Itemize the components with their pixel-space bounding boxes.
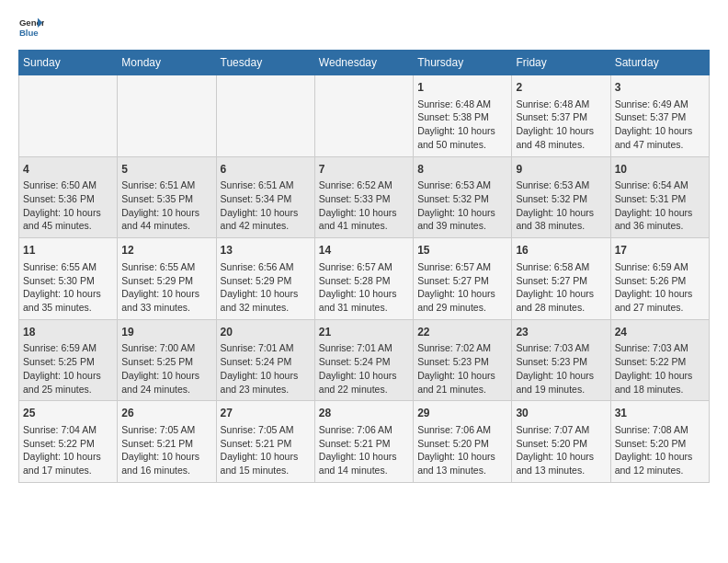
day-number: 18 [23, 325, 113, 340]
day-number: 3 [615, 80, 705, 96]
day-cell [19, 75, 118, 157]
day-info: Sunrise: 6:59 AM Sunset: 5:25 PM Dayligh… [23, 341, 113, 396]
day-number: 2 [516, 80, 606, 96]
day-info: Sunrise: 6:48 AM Sunset: 5:37 PM Dayligh… [516, 98, 606, 152]
logo-icon: General Blue [18, 15, 44, 40]
day-number: 10 [615, 162, 705, 178]
day-cell: 18Sunrise: 6:59 AM Sunset: 5:25 PM Dayli… [19, 319, 118, 401]
day-number: 21 [319, 325, 409, 340]
day-cell: 13Sunrise: 6:56 AM Sunset: 5:29 PM Dayli… [216, 238, 314, 320]
week-row-5: 25Sunrise: 7:04 AM Sunset: 5:22 PM Dayli… [19, 401, 710, 483]
day-number: 17 [615, 243, 705, 259]
day-info: Sunrise: 7:01 AM Sunset: 5:24 PM Dayligh… [319, 341, 409, 396]
day-info: Sunrise: 6:48 AM Sunset: 5:38 PM Dayligh… [417, 98, 507, 152]
day-number: 15 [417, 243, 507, 259]
day-cell: 2Sunrise: 6:48 AM Sunset: 5:37 PM Daylig… [512, 75, 610, 157]
page-header: General Blue [18, 15, 710, 40]
day-info: Sunrise: 6:56 AM Sunset: 5:29 PM Dayligh… [221, 260, 311, 315]
day-cell: 11Sunrise: 6:55 AM Sunset: 5:30 PM Dayli… [19, 238, 118, 320]
day-info: Sunrise: 7:05 AM Sunset: 5:21 PM Dayligh… [221, 423, 311, 477]
column-header-tuesday: Tuesday [216, 51, 314, 75]
column-header-friday: Friday [512, 51, 610, 75]
day-cell: 29Sunrise: 7:06 AM Sunset: 5:20 PM Dayli… [414, 401, 512, 483]
day-number: 6 [221, 162, 311, 178]
day-number: 13 [221, 243, 311, 259]
day-info: Sunrise: 6:54 AM Sunset: 5:31 PM Dayligh… [615, 178, 705, 233]
day-cell [118, 75, 216, 157]
day-cell: 24Sunrise: 7:03 AM Sunset: 5:22 PM Dayli… [610, 319, 709, 401]
day-info: Sunrise: 7:02 AM Sunset: 5:23 PM Dayligh… [417, 341, 507, 396]
day-number: 28 [319, 406, 409, 421]
day-number: 7 [319, 162, 409, 178]
day-cell: 7Sunrise: 6:52 AM Sunset: 5:33 PM Daylig… [314, 156, 413, 238]
day-info: Sunrise: 6:55 AM Sunset: 5:30 PM Dayligh… [23, 260, 113, 315]
day-cell: 31Sunrise: 7:08 AM Sunset: 5:20 PM Dayli… [610, 401, 709, 483]
day-cell: 3Sunrise: 6:49 AM Sunset: 5:37 PM Daylig… [610, 75, 709, 157]
day-number: 12 [121, 243, 211, 259]
day-info: Sunrise: 7:08 AM Sunset: 5:20 PM Dayligh… [615, 423, 705, 477]
day-cell: 23Sunrise: 7:03 AM Sunset: 5:23 PM Dayli… [512, 319, 610, 401]
column-header-saturday: Saturday [610, 51, 709, 75]
day-cell: 9Sunrise: 6:53 AM Sunset: 5:32 PM Daylig… [512, 156, 610, 238]
day-cell: 6Sunrise: 6:51 AM Sunset: 5:34 PM Daylig… [216, 156, 314, 238]
day-info: Sunrise: 6:51 AM Sunset: 5:34 PM Dayligh… [221, 178, 311, 233]
day-cell: 1Sunrise: 6:48 AM Sunset: 5:38 PM Daylig… [414, 75, 512, 157]
day-cell: 15Sunrise: 6:57 AM Sunset: 5:27 PM Dayli… [414, 238, 512, 320]
day-cell: 20Sunrise: 7:01 AM Sunset: 5:24 PM Dayli… [216, 319, 314, 401]
day-cell: 28Sunrise: 7:06 AM Sunset: 5:21 PM Dayli… [314, 401, 413, 483]
day-cell: 16Sunrise: 6:58 AM Sunset: 5:27 PM Dayli… [512, 238, 610, 320]
day-info: Sunrise: 6:52 AM Sunset: 5:33 PM Dayligh… [319, 178, 409, 233]
day-cell: 8Sunrise: 6:53 AM Sunset: 5:32 PM Daylig… [414, 156, 512, 238]
day-number: 16 [516, 243, 606, 259]
day-info: Sunrise: 7:03 AM Sunset: 5:22 PM Dayligh… [615, 341, 705, 396]
day-number: 14 [319, 243, 409, 259]
day-info: Sunrise: 6:51 AM Sunset: 5:35 PM Dayligh… [121, 178, 211, 233]
week-row-2: 4Sunrise: 6:50 AM Sunset: 5:36 PM Daylig… [19, 156, 710, 238]
header-row: SundayMondayTuesdayWednesdayThursdayFrid… [19, 51, 710, 75]
day-info: Sunrise: 6:50 AM Sunset: 5:36 PM Dayligh… [23, 178, 113, 233]
day-number: 1 [417, 80, 507, 96]
logo: General Blue [18, 15, 44, 40]
day-number: 24 [615, 325, 705, 340]
week-row-3: 11Sunrise: 6:55 AM Sunset: 5:30 PM Dayli… [19, 238, 710, 320]
day-cell: 22Sunrise: 7:02 AM Sunset: 5:23 PM Dayli… [414, 319, 512, 401]
column-header-monday: Monday [118, 51, 216, 75]
week-row-1: 1Sunrise: 6:48 AM Sunset: 5:38 PM Daylig… [19, 75, 710, 157]
day-cell: 4Sunrise: 6:50 AM Sunset: 5:36 PM Daylig… [19, 156, 118, 238]
day-info: Sunrise: 6:55 AM Sunset: 5:29 PM Dayligh… [121, 260, 211, 315]
day-cell: 26Sunrise: 7:05 AM Sunset: 5:21 PM Dayli… [118, 401, 216, 483]
day-cell: 17Sunrise: 6:59 AM Sunset: 5:26 PM Dayli… [610, 238, 709, 320]
day-info: Sunrise: 7:00 AM Sunset: 5:25 PM Dayligh… [121, 341, 211, 396]
svg-text:Blue: Blue [19, 28, 39, 38]
day-info: Sunrise: 6:53 AM Sunset: 5:32 PM Dayligh… [417, 178, 507, 233]
day-info: Sunrise: 6:57 AM Sunset: 5:27 PM Dayligh… [417, 260, 507, 315]
day-number: 25 [23, 406, 113, 421]
day-number: 23 [516, 325, 606, 340]
day-number: 27 [221, 406, 311, 421]
column-header-sunday: Sunday [19, 51, 118, 75]
day-info: Sunrise: 6:53 AM Sunset: 5:32 PM Dayligh… [516, 178, 606, 233]
day-cell: 25Sunrise: 7:04 AM Sunset: 5:22 PM Dayli… [19, 401, 118, 483]
day-info: Sunrise: 7:06 AM Sunset: 5:21 PM Dayligh… [319, 423, 409, 477]
day-number: 9 [516, 162, 606, 178]
day-number: 8 [417, 162, 507, 178]
day-cell: 19Sunrise: 7:00 AM Sunset: 5:25 PM Dayli… [118, 319, 216, 401]
day-info: Sunrise: 7:03 AM Sunset: 5:23 PM Dayligh… [516, 341, 606, 396]
day-info: Sunrise: 6:57 AM Sunset: 5:28 PM Dayligh… [319, 260, 409, 315]
day-info: Sunrise: 7:07 AM Sunset: 5:20 PM Dayligh… [516, 423, 606, 477]
day-cell: 10Sunrise: 6:54 AM Sunset: 5:31 PM Dayli… [610, 156, 709, 238]
day-number: 5 [121, 162, 211, 178]
day-info: Sunrise: 6:58 AM Sunset: 5:27 PM Dayligh… [516, 260, 606, 315]
day-number: 19 [121, 325, 211, 340]
day-cell [216, 75, 314, 157]
column-header-wednesday: Wednesday [314, 51, 413, 75]
day-number: 11 [23, 243, 113, 259]
day-info: Sunrise: 6:49 AM Sunset: 5:37 PM Dayligh… [615, 98, 705, 152]
week-row-4: 18Sunrise: 6:59 AM Sunset: 5:25 PM Dayli… [19, 319, 710, 401]
column-header-thursday: Thursday [414, 51, 512, 75]
day-info: Sunrise: 6:59 AM Sunset: 5:26 PM Dayligh… [615, 260, 705, 315]
day-info: Sunrise: 7:06 AM Sunset: 5:20 PM Dayligh… [417, 423, 507, 477]
day-info: Sunrise: 7:04 AM Sunset: 5:22 PM Dayligh… [23, 423, 113, 477]
day-cell: 30Sunrise: 7:07 AM Sunset: 5:20 PM Dayli… [512, 401, 610, 483]
day-number: 22 [417, 325, 507, 340]
